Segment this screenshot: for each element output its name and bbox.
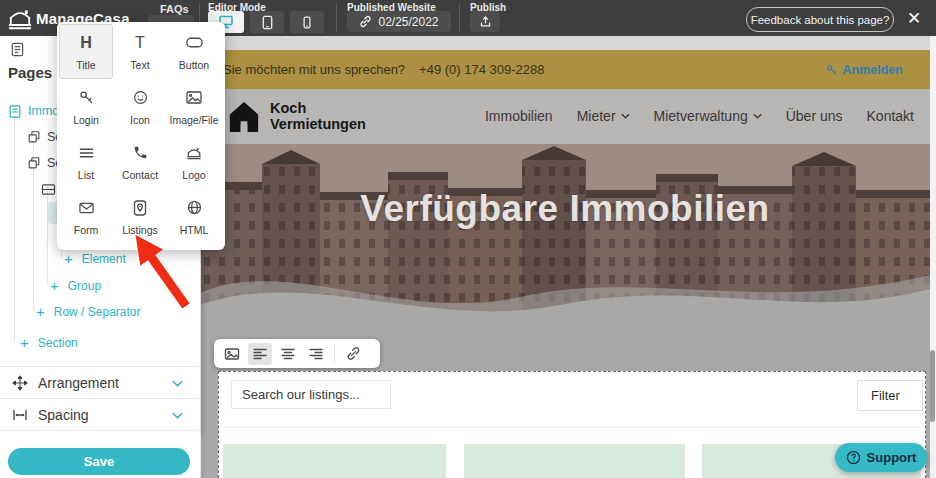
feedback-button[interactable]: Feedback about this page? bbox=[746, 7, 894, 32]
nav-label: Über uns bbox=[786, 108, 843, 124]
listing-placeholder bbox=[464, 444, 685, 478]
element-menu-item-icon[interactable]: Icon bbox=[113, 79, 167, 134]
add-row-separator-link[interactable]: + Row / Separator bbox=[36, 305, 140, 319]
element-menu-item-contact[interactable]: Contact bbox=[113, 134, 167, 189]
app-window: ManageCasa FAQs Editor Mode bbox=[0, 0, 936, 478]
filter-dropdown[interactable]: Filter bbox=[857, 380, 923, 411]
published-date: 02/25/2022 bbox=[378, 15, 438, 29]
element-menu-label: Form bbox=[74, 224, 99, 236]
plus-icon: + bbox=[36, 305, 45, 319]
element-menu-label: Contact bbox=[122, 169, 158, 181]
element-picker-grid: H Title T Text Button Login bbox=[58, 23, 224, 244]
divider bbox=[336, 4, 337, 32]
add-section-link[interactable]: + Section bbox=[20, 336, 78, 350]
brand-line1: Koch bbox=[270, 100, 366, 116]
element-menu-item-image-file[interactable]: Image/File bbox=[167, 79, 221, 134]
publish-button[interactable] bbox=[470, 11, 500, 32]
arrangement-panel[interactable]: Arrangement bbox=[0, 366, 199, 399]
element-menu-item-login[interactable]: Login bbox=[59, 79, 113, 134]
element-menu-label: List bbox=[78, 169, 94, 181]
announcement-question: Sie möchten mit uns sprechen? bbox=[223, 62, 405, 77]
pages-tab-icon[interactable] bbox=[10, 42, 25, 57]
close-icon[interactable]: ✕ bbox=[907, 8, 921, 29]
element-menu-item-list[interactable]: List bbox=[59, 134, 113, 189]
element-menu-label: Listings bbox=[122, 224, 158, 236]
element-menu-item-button[interactable]: Button bbox=[167, 24, 221, 79]
published-date-button[interactable]: 02/25/2022 bbox=[347, 11, 451, 32]
list-icon bbox=[79, 143, 94, 163]
search-input[interactable] bbox=[231, 380, 391, 409]
nav-item-mieter[interactable]: Mieter bbox=[577, 108, 630, 124]
key-icon bbox=[826, 64, 838, 76]
smiley-icon bbox=[133, 88, 148, 108]
element-menu-item-title[interactable]: H Title bbox=[59, 24, 113, 79]
row-icon bbox=[41, 183, 56, 196]
element-menu-item-form[interactable]: Form bbox=[59, 189, 113, 244]
section-icon bbox=[27, 156, 41, 170]
house-logo-icon bbox=[186, 143, 202, 163]
envelope-icon bbox=[79, 198, 94, 218]
spacing-panel[interactable]: Spacing bbox=[0, 398, 199, 431]
nav-label: Kontakt bbox=[867, 108, 914, 124]
brand-line2: Vermietungen bbox=[270, 116, 366, 132]
spacing-icon bbox=[12, 407, 28, 423]
add-group-link[interactable]: + Group bbox=[50, 279, 101, 293]
device-tablet-button[interactable] bbox=[250, 11, 284, 33]
element-menu-label: Logo bbox=[182, 169, 205, 181]
move-icon bbox=[12, 375, 28, 391]
add-element-link[interactable]: + Element bbox=[64, 252, 126, 266]
koch-logo-icon bbox=[224, 97, 264, 137]
nav-item-mietverwaltung[interactable]: Mietverwaltung bbox=[654, 108, 762, 124]
pages-heading: Pages bbox=[8, 64, 52, 81]
toolbar-align-right-button[interactable] bbox=[304, 343, 328, 365]
nav-label: Mieter bbox=[577, 108, 616, 124]
listing-placeholder bbox=[223, 444, 446, 478]
nav-item-kontakt[interactable]: Kontakt bbox=[867, 108, 914, 124]
element-menu-item-listings[interactable]: Listings bbox=[113, 189, 167, 244]
faqs-link[interactable]: FAQs bbox=[160, 3, 189, 15]
toolbar-align-left-button[interactable] bbox=[248, 343, 272, 365]
nav-item-ueber-uns[interactable]: Über uns bbox=[786, 108, 843, 124]
element-menu-label: Image/File bbox=[169, 114, 218, 126]
link-icon bbox=[346, 346, 361, 361]
phone-icon bbox=[300, 15, 314, 30]
toolbar-image-button[interactable] bbox=[220, 343, 244, 365]
key-icon bbox=[79, 88, 94, 108]
text-icon: T bbox=[135, 33, 145, 53]
page-scrollbar-thumb[interactable] bbox=[930, 350, 935, 422]
element-picker-popup: H Title T Text Button Login bbox=[57, 22, 225, 250]
element-menu-item-logo[interactable]: Logo bbox=[167, 134, 221, 189]
element-menu-label: Text bbox=[130, 59, 149, 71]
canvas-top-margin bbox=[200, 36, 930, 50]
toolbar-link-button[interactable] bbox=[341, 343, 365, 365]
anmelden-link[interactable]: Anmelden bbox=[826, 63, 903, 77]
support-button[interactable]: Support bbox=[835, 443, 927, 472]
plus-icon: + bbox=[20, 336, 29, 350]
announcement-phone: +49 (0) 174 309-2288 bbox=[419, 62, 544, 77]
element-menu-item-html[interactable]: HTML bbox=[167, 189, 221, 244]
toolbar-align-center-button[interactable] bbox=[276, 343, 300, 365]
tablet-icon bbox=[260, 15, 275, 30]
element-menu-item-text[interactable]: T Text bbox=[113, 24, 167, 79]
chevron-down-icon bbox=[172, 412, 183, 419]
phone-handset-icon bbox=[133, 143, 148, 163]
listings-block[interactable]: Filter bbox=[218, 371, 926, 478]
panel-label: Spacing bbox=[38, 407, 89, 423]
align-right-icon bbox=[309, 347, 323, 361]
add-link-label: Element bbox=[82, 252, 126, 266]
device-phone-button[interactable] bbox=[290, 11, 324, 33]
divider bbox=[459, 4, 460, 32]
element-menu-label: Icon bbox=[130, 114, 150, 126]
tree-connector bbox=[14, 116, 15, 342]
site-nav-menu: Immobilien Mieter Mietverwaltung Über un… bbox=[485, 108, 914, 124]
tree-connector bbox=[47, 186, 48, 285]
element-menu-label: HTML bbox=[180, 224, 209, 236]
map-pin-icon bbox=[133, 198, 147, 218]
site-preview-canvas: Sie möchten mit uns sprechen? +49 (0) 17… bbox=[200, 36, 930, 478]
brand-name[interactable]: Koch Vermietungen bbox=[270, 100, 366, 132]
save-button[interactable]: Save bbox=[8, 448, 190, 475]
nav-item-immobilien[interactable]: Immobilien bbox=[485, 108, 553, 124]
plus-icon: + bbox=[64, 252, 73, 266]
add-link-label: Row / Separator bbox=[54, 305, 141, 319]
globe-icon bbox=[187, 198, 202, 218]
